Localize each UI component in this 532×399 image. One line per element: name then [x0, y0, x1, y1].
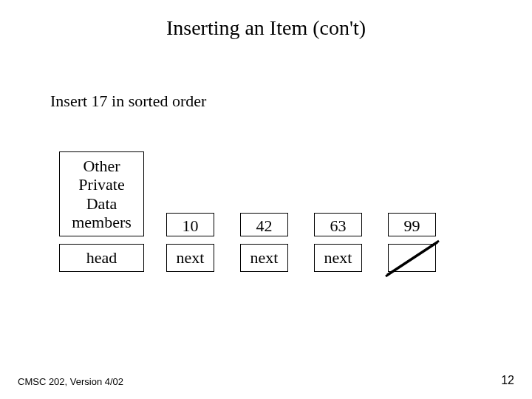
node-next-1: next: [166, 244, 214, 272]
node-next-4-null: [388, 244, 436, 272]
head-box: head: [59, 244, 144, 272]
footer-left: CMSC 202, Version 4/02: [18, 376, 123, 387]
page-number: 12: [501, 374, 514, 387]
node-value-4: 99: [388, 213, 436, 236]
node-value-3: 63: [314, 213, 362, 236]
node-next-2: next: [240, 244, 288, 272]
slide: Inserting an Item (con't) Insert 17 in s…: [0, 0, 532, 399]
node-value-2: 42: [240, 213, 288, 236]
node-value-1: 10: [166, 213, 214, 236]
other-private-data-box: Other Private Data members: [59, 151, 144, 236]
node-next-3: next: [314, 244, 362, 272]
slide-title: Inserting an Item (con't): [0, 16, 532, 40]
slide-subtitle: Insert 17 in sorted order: [50, 92, 206, 111]
